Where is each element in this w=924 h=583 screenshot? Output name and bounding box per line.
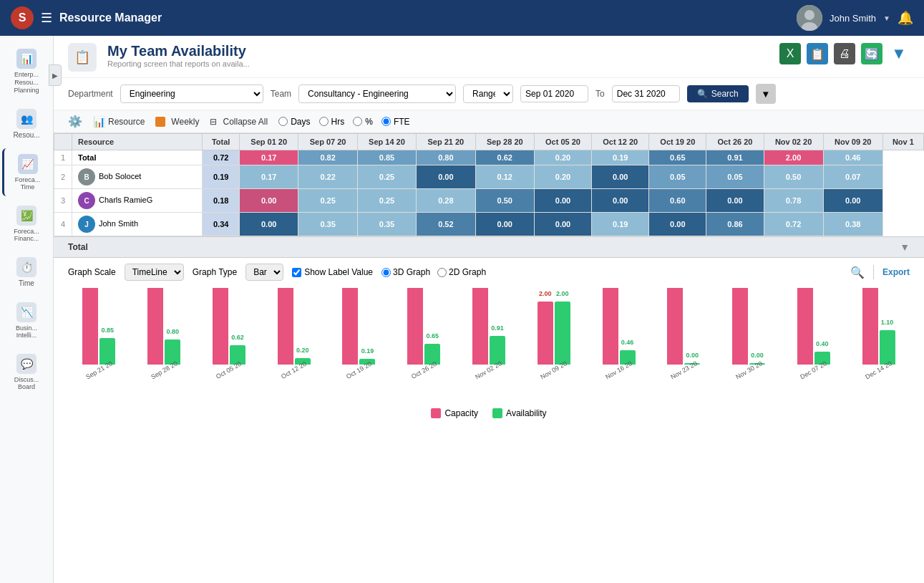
team-select[interactable]: Consultancy - Engineering <box>298 85 456 103</box>
sidebar-item-erp-label: Enterp...Resou...Planning <box>14 71 39 94</box>
date-to-input[interactable] <box>612 85 680 102</box>
copy-button[interactable]: 📋 <box>807 43 828 64</box>
page-header: 📋 My Team Availability Reporting screen … <box>54 36 924 78</box>
weekly-view-button[interactable]: Weekly <box>155 117 199 127</box>
capacity-bar: 2.50 <box>603 288 618 365</box>
sidebar-item-discuss-label: Discus...Board <box>14 376 39 390</box>
pct-radio[interactable]: % <box>353 117 373 127</box>
col-total: Total <box>203 134 240 150</box>
time-icon: ⏱️ <box>16 257 37 277</box>
table-row: 2BBob Solocet0.190.170.220.250.000.120.2… <box>54 165 924 189</box>
bar-chart-wrapper[interactable]: 2.500.85Sep 21 202.500.80Sep 28 202.500.… <box>68 288 910 403</box>
header-actions: X 📋 🖨 🔄 ▼ <box>779 43 910 64</box>
svg-point-1 <box>804 10 814 20</box>
print-button[interactable]: 🖨 <box>834 43 855 64</box>
col-sep28: Sep 28 20 <box>475 134 534 150</box>
notification-bell[interactable]: 🔔 <box>898 10 913 26</box>
search-button[interactable]: 🔍 Search <box>687 85 749 102</box>
totals-collapse-icon[interactable]: ▼ <box>900 241 910 253</box>
main-content: 📋 My Team Availability Reporting screen … <box>54 36 924 583</box>
dropdown-arrow[interactable]: ▼ <box>883 14 890 22</box>
capacity-bar: 2.50 <box>732 288 748 365</box>
bi-icon: 📉 <box>16 302 37 322</box>
bar-group: 2.501.10Dec 14 20 <box>847 288 910 374</box>
legend-availability: Availability <box>492 408 546 418</box>
capacity-bar: 2.50 <box>407 288 423 365</box>
sidebar-item-forecast-time[interactable]: 📈 Foreca...Time <box>2 148 51 196</box>
sidebar-item-time[interactable]: ⏱️ Time <box>2 251 51 293</box>
col-oct26: Oct 26 20 <box>706 134 764 150</box>
totals-bar: Total ▼ <box>54 236 924 258</box>
filter-bar: Department Engineering Team Consultancy … <box>54 78 924 110</box>
sidebar-item-forecast-finance-label: Foreca...Financ... <box>14 228 39 242</box>
col-oct05: Oct 05 20 <box>534 134 591 150</box>
bar-group: 2.500.65Oct 26 20 <box>393 288 455 374</box>
2d-radio[interactable]: 2D Graph <box>437 267 486 277</box>
graph-scale-select[interactable]: TimeLine <box>125 264 184 281</box>
bar-group: 2.500.91Nov 02 20 <box>458 288 520 374</box>
bar-group: 2.500.85Sep 21 20 <box>68 288 130 374</box>
sidebar-item-bi[interactable]: 📉 Busin...Intelli... <box>2 297 51 344</box>
collapse-all-button[interactable]: ⊟ Collapse All <box>210 117 268 127</box>
page-title: My Team Availability <box>107 43 769 59</box>
resource-icon-small: 📊 <box>93 116 105 127</box>
bar-group: 2.500.19Oct 19 20 <box>328 288 390 374</box>
app-logo: S <box>11 6 34 29</box>
range-select[interactable]: Range <box>463 85 513 103</box>
resource-view-button[interactable]: 📊 Resource <box>93 116 145 127</box>
resource-name-cell: BBob Solocet <box>72 165 203 189</box>
resource-icon: 👥 <box>16 109 37 129</box>
show-label-checkbox[interactable]: Show Label Value <box>292 267 373 277</box>
view-controls: ⚙️ 📊 Resource Weekly ⊟ Collapse All Days… <box>54 110 924 133</box>
capacity-bar: 2.50 <box>147 288 163 365</box>
table-row: 1Total0.720.170.820.850.800.620.200.190.… <box>54 150 924 165</box>
bar-group: 2.002.00Nov 09 20 <box>522 288 585 374</box>
col-oct12: Oct 12 20 <box>592 134 649 150</box>
menu-icon[interactable]: ☰ <box>41 10 52 26</box>
days-radio[interactable]: Days <box>278 117 310 127</box>
fte-radio[interactable]: FTE <box>381 117 410 127</box>
collapse-icon: ⊟ <box>210 117 217 127</box>
settings-icon[interactable]: ⚙️ <box>68 115 82 128</box>
filter-button[interactable]: ▼ <box>888 43 910 64</box>
weekly-icon <box>155 117 165 127</box>
sidebar-item-bi-label: Busin...Intelli... <box>16 324 37 339</box>
export-button[interactable]: Export <box>882 267 910 277</box>
hrs-radio[interactable]: Hrs <box>319 117 345 127</box>
availability-label: Availability <box>506 408 546 418</box>
sidebar-item-discuss[interactable]: 💬 Discus...Board <box>2 348 51 396</box>
chart-controls: Graph Scale TimeLine Graph Type Bar Show… <box>68 264 910 281</box>
chart-area: Graph Scale TimeLine Graph Type Bar Show… <box>54 258 924 424</box>
capacity-bar: 2.50 <box>213 288 228 365</box>
col-sep07: Sep 07 20 <box>298 134 357 150</box>
sidebar-expand-button[interactable]: ▶ <box>49 64 62 86</box>
department-select[interactable]: Engineering <box>120 85 263 103</box>
capacity-dot <box>431 408 441 418</box>
sidebar-item-forecast-finance[interactable]: 💹 Foreca...Financ... <box>2 200 51 248</box>
date-from-input[interactable] <box>520 85 588 102</box>
search-options-button[interactable]: ▼ <box>756 84 776 104</box>
zoom-icon[interactable]: 🔍 <box>850 266 865 279</box>
col-num <box>54 134 72 150</box>
table-container[interactable]: Resource Total Sep 01 20 Sep 07 20 Sep 1… <box>54 133 924 236</box>
sidebar-item-resource[interactable]: 👥 Resou... <box>2 103 51 145</box>
sidebar-item-forecast-time-label: Foreca...Time <box>15 176 41 191</box>
bar-group: 2.500.62Oct 05 20 <box>198 288 261 374</box>
table-row: 3CCharls RamieG0.180.000.250.250.280.500… <box>54 189 924 213</box>
sidebar-item-resource-label: Resou... <box>13 131 39 139</box>
sidebar-item-erp[interactable]: 📊 Enterp...Resou...Planning <box>2 43 51 100</box>
team-label: Team <box>271 89 291 99</box>
graph-type-select[interactable]: Bar <box>245 264 283 281</box>
availability-dot <box>492 408 502 418</box>
col-resource: Resource <box>72 134 203 150</box>
graph-type-label: Graph Type <box>193 267 237 277</box>
3d-radio[interactable]: 3D Graph <box>381 267 430 277</box>
excel-export-button[interactable]: X <box>779 43 801 64</box>
sidebar: 📊 Enterp...Resou...Planning 👥 Resou... 📈… <box>0 36 54 583</box>
table-header-row: Resource Total Sep 01 20 Sep 07 20 Sep 1… <box>54 134 924 150</box>
availability-bar: 1.10 <box>880 330 895 365</box>
col-nov02: Nov 02 20 <box>764 134 823 150</box>
page-title-area: My Team Availability Reporting screen th… <box>107 43 769 68</box>
refresh-button[interactable]: 🔄 <box>861 43 882 64</box>
legend-capacity: Capacity <box>431 408 478 418</box>
